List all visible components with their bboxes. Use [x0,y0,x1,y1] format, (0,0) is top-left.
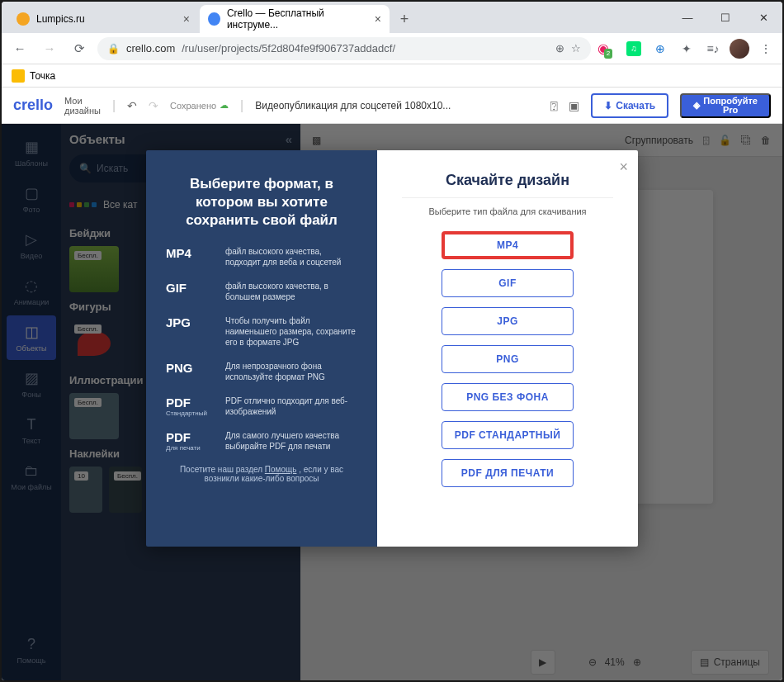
profile-avatar[interactable] [730,39,749,59]
address-bar: ← → ⟳ 🔒 crello.com/ru/user/projects/5f2d… [2,33,782,64]
close-window-button[interactable]: ✕ [744,2,782,33]
help-link[interactable]: Помощь [265,465,297,474]
minimize-button[interactable]: — [668,2,706,33]
forward-button[interactable]: → [38,37,61,60]
bookmarks-bar: Точка [2,64,782,88]
undo-button[interactable]: ↶ [127,99,137,112]
tab-title: Lumpics.ru [36,13,85,25]
share-icon[interactable]: ⍰ [550,99,557,112]
playlist-icon[interactable]: ≡♪ [703,39,723,59]
extensions-icon[interactable]: ✦ [677,39,697,59]
star-icon[interactable]: ☆ [571,42,581,54]
present-icon[interactable]: ▣ [569,99,579,112]
lock-icon: 🔒 [107,43,120,54]
back-button[interactable]: ← [8,37,31,60]
window-titlebar: Lumpics.ru × Crello — Бесплатный инструм… [2,2,782,33]
my-designs-link[interactable]: Мои дизайны [64,96,101,116]
new-tab-button[interactable]: + [393,7,416,31]
url-input[interactable]: 🔒 crello.com/ru/user/projects/5f2d804fe9… [97,37,591,60]
extension-music[interactable]: ♫ [624,39,644,59]
format-option-pdf-std[interactable]: PDF СТАНДАРТНЫЙ [442,421,574,449]
download-button[interactable]: ⬇Скачать [591,93,668,118]
cloud-icon: ☁ [220,100,229,111]
menu-icon[interactable]: ⋮ [756,39,776,59]
modal-right-subtitle: Выберите тип файла для скачивания [402,206,613,216]
help-text: Посетите наш раздел Помощь , если у вас … [166,465,357,483]
format-option-jpg[interactable]: JPG [442,307,574,335]
format-option-mp4[interactable]: MP4 [442,231,574,259]
modal-right: × Скачайте дизайн Выберите тип файла для… [377,150,638,547]
extension-globe[interactable]: ⊕ [650,39,670,59]
bookmark-item[interactable]: Точка [30,70,55,82]
extension-orbit[interactable]: ◉2 [597,39,617,59]
search-in-page-icon[interactable]: ⊕ [555,42,564,54]
app-logo[interactable]: crello [13,97,53,114]
project-title[interactable]: Видеопубликация для соцсетей 1080х10... [255,100,539,111]
maximize-button[interactable]: ☐ [706,2,744,33]
app-topbar: crello Мои дизайны | ↶ ↷ Сохранено☁ | Ви… [2,88,782,124]
tab-title: Crello — Бесплатный инструме... [227,7,368,31]
modal-left-title: Выберите формат, в котором вы хотите сох… [166,175,357,230]
favicon-icon [17,12,30,26]
format-option-gif[interactable]: GIF [442,269,574,297]
modal-overlay[interactable]: Выберите формат, в котором вы хотите сох… [2,124,782,680]
browser-tab[interactable]: Lumpics.ru × [8,5,198,33]
modal-right-title: Скачайте дизайн [402,172,613,189]
format-option-png-nobg[interactable]: PNG БЕЗ ФОНА [442,383,574,411]
folder-icon [12,69,25,83]
reload-button[interactable]: ⟳ [68,37,91,60]
url-path: /ru/user/projects/5f2d804fe9f906737addad… [182,42,395,54]
close-icon[interactable]: × [183,12,190,26]
download-modal: Выберите формат, в котором вы хотите сох… [146,150,638,547]
try-pro-button[interactable]: ◈Попробуйте Pro [680,93,771,118]
close-icon[interactable]: × [375,12,381,26]
format-option-png[interactable]: PNG [442,345,574,373]
save-status: Сохранено☁ [170,100,229,111]
favicon-icon [208,12,220,26]
redo-button[interactable]: ↷ [149,99,158,112]
close-modal-icon[interactable]: × [619,159,628,176]
download-icon: ⬇ [604,100,612,111]
diamond-icon: ◈ [693,100,700,111]
url-host: crello.com [126,42,175,54]
browser-tab-active[interactable]: Crello — Бесплатный инструме... × [200,5,390,33]
modal-left: Выберите формат, в котором вы хотите сох… [146,150,377,547]
format-option-pdf-print[interactable]: PDF ДЛЯ ПЕЧАТИ [442,459,574,487]
